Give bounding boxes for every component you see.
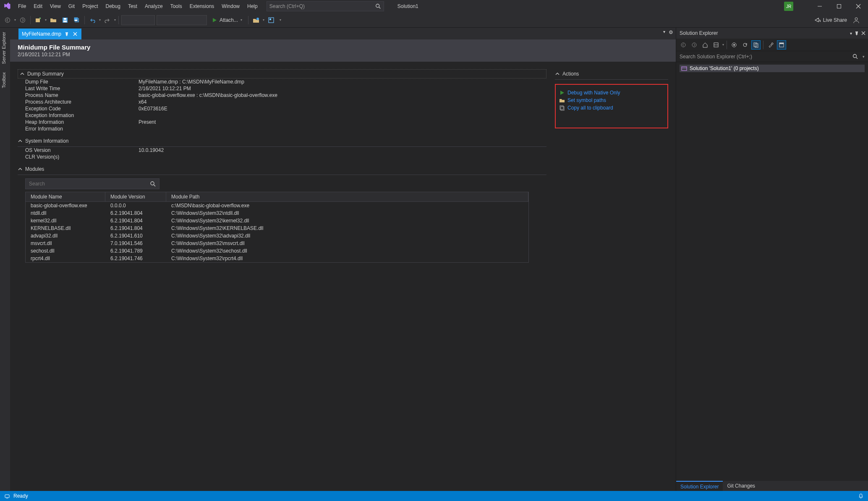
notifications-icon[interactable] xyxy=(858,493,864,499)
account-button[interactable] xyxy=(851,15,861,25)
tab-overflow-icon[interactable]: ▾ xyxy=(663,29,665,35)
properties-icon[interactable] xyxy=(766,40,775,50)
dropdown-icon[interactable]: ▾ xyxy=(863,55,865,59)
toolbar-button[interactable] xyxy=(266,15,276,25)
gear-icon[interactable]: ⚙ xyxy=(669,29,673,35)
table-row[interactable]: msvcrt.dll7.0.19041.546C:\Windows\System… xyxy=(26,240,528,247)
maximize-button[interactable] xyxy=(829,0,849,13)
dropdown-icon[interactable]: ▾ xyxy=(45,18,47,22)
section-actions-heading[interactable]: Actions xyxy=(555,69,668,80)
share-icon xyxy=(814,17,821,23)
table-row[interactable]: kernel32.dll6.2.19041.804C:\Windows\Syst… xyxy=(26,217,528,224)
chevron-up-icon xyxy=(18,138,23,144)
panel-menu-icon[interactable]: ▾ xyxy=(850,31,852,36)
menu-debug[interactable]: Debug xyxy=(102,0,124,13)
section-modules-heading[interactable]: Modules xyxy=(18,164,546,175)
menu-help[interactable]: Help xyxy=(243,0,261,13)
status-icon xyxy=(4,493,10,499)
overflow-icon[interactable]: ▾ xyxy=(278,18,283,22)
table-row[interactable]: ntdll.dll6.2.19041.804C:\Windows\System3… xyxy=(26,209,528,217)
menu-analyze[interactable]: Analyze xyxy=(141,0,167,13)
close-button[interactable] xyxy=(849,0,868,13)
solution-root-node[interactable]: Solution 'Solution1' (0 projects) xyxy=(680,65,865,72)
menu-test[interactable]: Test xyxy=(124,0,141,13)
menu-project[interactable]: Project xyxy=(78,0,102,13)
tab-solution-explorer[interactable]: Solution Explorer xyxy=(676,481,723,491)
close-icon[interactable] xyxy=(861,31,865,36)
kv-key: Last Write Time xyxy=(25,86,139,91)
solution-config-dropdown[interactable] xyxy=(121,15,155,25)
attach-button[interactable]: Attach... ▾ xyxy=(209,15,246,26)
back-icon[interactable] xyxy=(679,40,688,50)
minimize-button[interactable] xyxy=(810,0,829,13)
refresh-icon[interactable] xyxy=(740,40,750,50)
col-header-name[interactable]: Module Name xyxy=(26,192,105,201)
svg-rect-23 xyxy=(561,107,564,110)
nav-forward-button[interactable] xyxy=(18,15,28,25)
table-row[interactable]: rpcrt4.dll6.2.19041.746C:\Windows\System… xyxy=(26,255,528,262)
switch-view-icon[interactable] xyxy=(711,40,721,50)
user-badge[interactable]: JR xyxy=(784,2,793,11)
col-header-path[interactable]: Module Path xyxy=(166,192,528,201)
live-share-button[interactable]: Live Share xyxy=(814,17,847,23)
toolbar-button[interactable] xyxy=(251,15,261,25)
menu-view[interactable]: View xyxy=(46,0,65,13)
save-button[interactable] xyxy=(60,15,70,25)
server-explorer-tab[interactable]: Server Explorer xyxy=(0,28,8,68)
redo-button[interactable] xyxy=(102,15,112,25)
forward-icon[interactable] xyxy=(690,40,699,50)
cell-name: kernel32.dll xyxy=(26,217,105,224)
show-all-files-icon[interactable] xyxy=(751,40,761,50)
global-search-input[interactable]: Search (Ctrl+Q) xyxy=(267,1,384,11)
dropdown-icon[interactable]: ▾ xyxy=(241,18,242,22)
cell-name: msvcrt.dll xyxy=(26,240,105,247)
menu-file[interactable]: File xyxy=(14,0,30,13)
nav-back-button[interactable] xyxy=(3,15,13,25)
kv-value: basic-global-overflow.exe : c:\MSDN\basi… xyxy=(139,92,546,98)
open-button[interactable] xyxy=(48,15,58,25)
solution-platform-dropdown[interactable] xyxy=(157,15,207,25)
preview-icon[interactable] xyxy=(777,40,786,50)
col-header-version[interactable]: Module Version xyxy=(105,192,166,201)
table-row[interactable]: advapi32.dll6.2.19041.610C:\Windows\Syst… xyxy=(26,232,528,240)
solution-search-input[interactable]: Search Solution Explorer (Ctrl+;) ▾ xyxy=(676,51,868,62)
action-link[interactable]: Set symbol paths xyxy=(559,97,664,104)
cell-path: C:\Windows\System32\ntdll.dll xyxy=(166,209,528,217)
new-project-button[interactable] xyxy=(33,15,43,25)
table-row[interactable]: sechost.dll6.2.19041.789C:\Windows\Syste… xyxy=(26,247,528,255)
table-row[interactable]: basic-global-overflow.exe0.0.0.0c:\MSDN\… xyxy=(26,202,528,209)
undo-button[interactable] xyxy=(87,15,97,25)
action-link[interactable]: Debug with Native Only xyxy=(559,89,664,97)
menu-edit[interactable]: Edit xyxy=(30,0,46,13)
menu-git[interactable]: Git xyxy=(65,0,78,13)
svg-rect-37 xyxy=(779,43,784,44)
search-icon xyxy=(375,3,381,9)
dropdown-icon[interactable]: ▾ xyxy=(114,18,116,22)
panel-bottom-tabs: Solution Explorer Git Changes xyxy=(676,481,868,491)
svg-point-6 xyxy=(5,18,10,22)
document-tab-active[interactable]: MyFileName.dmp xyxy=(18,29,81,39)
svg-point-15 xyxy=(256,18,259,20)
left-tool-strip: Server Explorer Toolbox xyxy=(0,28,10,491)
tab-git-changes[interactable]: Git Changes xyxy=(723,481,759,491)
pin-icon[interactable] xyxy=(65,32,69,36)
action-link[interactable]: Copy all to clipboard xyxy=(559,104,664,112)
dropdown-icon[interactable]: ▾ xyxy=(263,18,264,22)
table-row[interactable]: KERNELBASE.dll6.2.19041.804C:\Windows\Sy… xyxy=(26,224,528,232)
cell-path: C:\Windows\System32\rpcrt4.dll xyxy=(166,255,528,262)
save-all-button[interactable] xyxy=(72,15,82,25)
toolbox-tab[interactable]: Toolbox xyxy=(0,68,8,92)
modules-search-field[interactable] xyxy=(29,181,150,187)
section-dump-heading[interactable]: Dump Summary xyxy=(18,69,546,78)
menu-extensions[interactable]: Extensions xyxy=(186,0,218,13)
section-sys-heading[interactable]: System Information xyxy=(18,136,546,147)
dropdown-icon[interactable]: ▾ xyxy=(99,18,101,22)
menu-window[interactable]: Window xyxy=(218,0,243,13)
menu-tools[interactable]: Tools xyxy=(167,0,186,13)
modules-search-input[interactable] xyxy=(25,178,159,189)
home-icon[interactable] xyxy=(701,40,710,50)
dropdown-icon[interactable]: ▾ xyxy=(14,18,16,22)
pin-icon[interactable] xyxy=(855,31,859,36)
sync-icon[interactable] xyxy=(729,40,739,50)
tab-close-icon[interactable] xyxy=(72,31,78,37)
